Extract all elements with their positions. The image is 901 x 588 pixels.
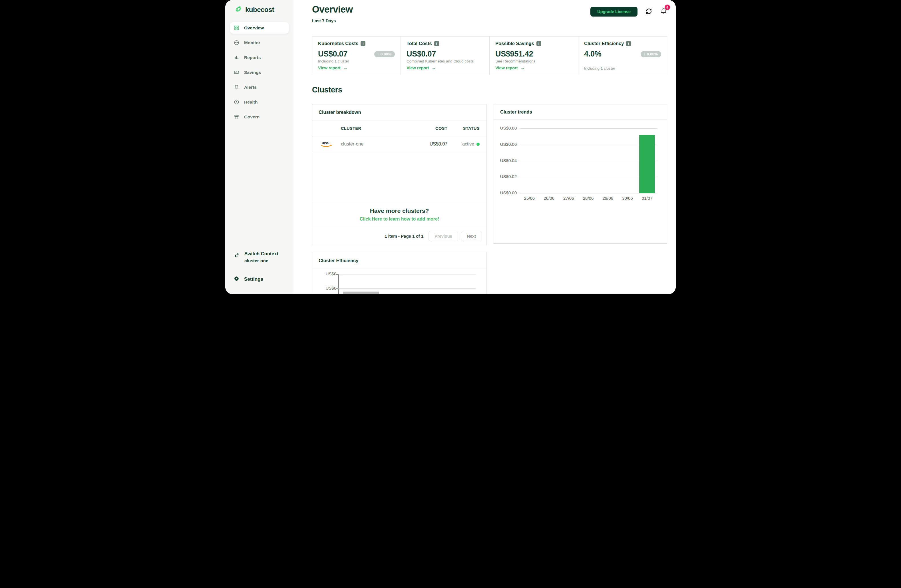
next-page-button[interactable]: Next xyxy=(461,231,482,241)
sidebar-item-savings[interactable]: Savings xyxy=(230,67,289,78)
pulse-circle-icon xyxy=(234,40,239,45)
down-arrow-icon: ↓ xyxy=(377,52,379,56)
stat-value: US$0.07 xyxy=(407,50,436,59)
status-active-dot xyxy=(477,143,480,146)
gridline xyxy=(519,177,657,177)
switch-context-value: cluster-one xyxy=(245,258,278,263)
upgrade-license-button[interactable]: Upgrade License xyxy=(591,7,638,17)
x-axis-tick-label: 01/07 xyxy=(637,196,657,201)
cluster-name: cluster-one xyxy=(341,142,399,147)
gridline xyxy=(519,128,657,129)
sidebar-bottom: Switch Context cluster-one Settings xyxy=(225,251,293,283)
stat-card-cluster-efficiency: Cluster Efficiency i 4.0% ↓ 0.00% Includ… xyxy=(578,36,667,75)
cluster-cost: US$0.07 xyxy=(399,142,448,147)
sidebar-item-reports[interactable]: Reports xyxy=(230,51,289,63)
alert-circle-icon xyxy=(234,99,239,105)
cluster-trends-title: Cluster trends xyxy=(500,109,532,115)
right-arrow-icon: → xyxy=(343,65,348,70)
x-axis-tick-label: 26/06 xyxy=(539,196,559,201)
gridline xyxy=(519,193,657,193)
notification-count-badge: 4 xyxy=(665,5,670,10)
sidebar-item-monitor[interactable]: Monitor xyxy=(230,37,289,48)
column-header-cost: COST xyxy=(399,126,448,131)
column-header-cluster: CLUSTER xyxy=(341,126,399,131)
y-axis-tick-label: US$0.00 xyxy=(494,190,517,195)
sidebar-nav: Overview Monitor Reports xyxy=(225,22,293,123)
topbar-actions: Upgrade License xyxy=(591,7,667,17)
stat-cards: Kubernetes Costs i US$0.07 ↓ 0.00% Inclu… xyxy=(312,36,667,75)
clusters-columns: Cluster breakdown CLUSTER COST STATUS aw… xyxy=(312,104,667,294)
view-report-link[interactable]: View report → xyxy=(495,65,572,70)
sidebar-item-overview[interactable]: Overview xyxy=(230,22,289,34)
notifications-button[interactable]: 4 xyxy=(660,8,667,16)
switch-context-label: Switch Context xyxy=(245,251,278,257)
table-row[interactable]: aws cluster-one US$0.07 active xyxy=(312,136,486,152)
info-icon[interactable]: i xyxy=(626,41,631,46)
sidebar-item-label: Alerts xyxy=(244,85,257,90)
table-header: CLUSTER COST STATUS xyxy=(312,120,486,136)
trend-badge: ↓ 0.00% xyxy=(374,51,395,58)
stat-note: Including 1 cluster xyxy=(584,66,661,70)
sidebar-item-label: Govern xyxy=(244,114,259,120)
right-column: Cluster trends US$0.00US$0.02US$0.04US$0… xyxy=(494,104,667,244)
previous-page-button[interactable]: Previous xyxy=(429,231,458,241)
sidebar-item-label: Monitor xyxy=(244,40,260,45)
sidebar-item-label: Reports xyxy=(244,55,261,60)
stat-title: Possible Savings xyxy=(495,41,534,46)
barrier-icon xyxy=(234,114,239,120)
switch-context-button[interactable]: Switch Context cluster-one xyxy=(230,251,289,263)
stat-value: US$951.42 xyxy=(495,50,533,59)
trend-bar xyxy=(639,135,655,193)
cluster-breakdown-title: Cluster breakdown xyxy=(319,110,361,115)
table-empty-space xyxy=(312,152,486,202)
stat-card-total-costs: Total Costs i US$0.07 Combined Kubernete… xyxy=(401,36,489,75)
bell-icon xyxy=(234,84,239,90)
view-report-link[interactable]: View report → xyxy=(407,65,483,70)
topbar-left: Overview Last 7 Days xyxy=(312,4,353,23)
topbar: Overview Last 7 Days Upgrade License xyxy=(312,4,667,23)
settings-button[interactable]: Settings xyxy=(230,276,289,283)
svg-text:aws: aws xyxy=(322,140,329,145)
app-window: kubecost Overview Monitor xyxy=(225,0,676,294)
stat-value: US$0.07 xyxy=(318,50,348,59)
sidebar-item-alerts[interactable]: Alerts xyxy=(230,81,289,93)
sidebar-item-govern[interactable]: Govern xyxy=(230,111,289,123)
left-column: Cluster breakdown CLUSTER COST STATUS aw… xyxy=(312,104,487,294)
stat-note: See Recommendations xyxy=(495,59,572,63)
stat-note: Combined Kubernetes and Cloud costs xyxy=(407,59,483,63)
y-axis-tick-label: US$0 xyxy=(312,271,336,276)
x-axis-tick-label: 29/06 xyxy=(598,196,618,201)
y-axis-tick-label: US$0.04 xyxy=(494,158,517,163)
info-icon[interactable]: i xyxy=(434,41,439,46)
sidebar-item-label: Overview xyxy=(244,25,264,31)
refresh-icon xyxy=(645,8,653,16)
pagination-summary: 1 item • Page 1 of 1 xyxy=(385,234,423,238)
efficiency-bar xyxy=(343,292,379,294)
cluster-efficiency-card: Cluster Efficiency US$0 US$0 xyxy=(312,252,487,294)
add-clusters-link[interactable]: Click Here to learn how to add more! xyxy=(360,216,439,222)
date-range-label: Last 7 Days xyxy=(312,18,353,23)
kubecost-logo[interactable]: kubecost xyxy=(225,5,293,14)
info-icon[interactable]: i xyxy=(536,41,541,46)
sidebar-item-label: Health xyxy=(244,100,257,105)
info-icon[interactable]: i xyxy=(360,41,365,46)
gear-icon xyxy=(234,276,239,283)
stat-title: Kubernetes Costs xyxy=(318,41,358,46)
stat-card-kubernetes-costs: Kubernetes Costs i US$0.07 ↓ 0.00% Inclu… xyxy=(312,36,401,75)
kubecost-logo-icon xyxy=(235,5,243,14)
y-axis-tick-label: US$0.02 xyxy=(494,174,517,179)
view-report-link[interactable]: View report → xyxy=(318,65,395,70)
sidebar: kubecost Overview Monitor xyxy=(225,0,293,294)
money-bill-icon xyxy=(234,70,239,75)
gridline xyxy=(519,145,657,145)
y-axis-tick-label: US$0 xyxy=(312,286,336,291)
right-arrow-icon: → xyxy=(521,65,525,70)
cluster-breakdown-card: Cluster breakdown CLUSTER COST STATUS aw… xyxy=(312,104,487,245)
page-title: Overview xyxy=(312,4,353,15)
sidebar-item-label: Savings xyxy=(244,70,261,75)
sidebar-item-health[interactable]: Health xyxy=(230,96,289,108)
stat-title: Cluster Efficiency xyxy=(584,41,624,46)
refresh-button[interactable] xyxy=(645,8,653,16)
clusters-section-title: Clusters xyxy=(312,86,667,95)
y-axis-line xyxy=(338,274,339,294)
